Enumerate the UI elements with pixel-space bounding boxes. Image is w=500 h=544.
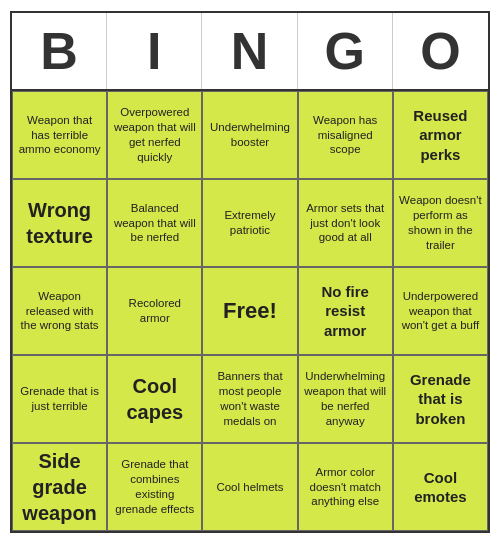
bingo-letter-b: B [12,13,107,89]
bingo-cell-13: No fire resist armor [298,267,393,355]
bingo-cell-6: Balanced weapon that will be nerfed [107,179,202,267]
bingo-cell-2: Underwhelming booster [202,91,297,179]
bingo-cell-23: Armor color doesn't match anything else [298,443,393,531]
bingo-cell-4: Reused armor perks [393,91,488,179]
bingo-cell-22: Cool helmets [202,443,297,531]
bingo-cell-18: Underwhelming weapon that will be nerfed… [298,355,393,443]
bingo-card: BINGO Weapon that has terrible ammo econ… [10,11,490,533]
bingo-cell-20: Side grade weapon [12,443,107,531]
bingo-cell-10: Weapon released with the wrong stats [12,267,107,355]
bingo-letter-i: I [107,13,202,89]
bingo-cell-12: Free! [202,267,297,355]
bingo-letter-n: N [202,13,297,89]
bingo-cell-11: Recolored armor [107,267,202,355]
bingo-header: BINGO [12,13,488,89]
bingo-cell-0: Weapon that has terrible ammo economy [12,91,107,179]
bingo-cell-14: Underpowered weapon that won't get a buf… [393,267,488,355]
bingo-cell-21: Grenade that combines existing grenade e… [107,443,202,531]
bingo-grid: Weapon that has terrible ammo economyOve… [12,89,488,531]
bingo-cell-16: Cool capes [107,355,202,443]
bingo-cell-1: Overpowered weapon that will get nerfed … [107,91,202,179]
bingo-cell-24: Cool emotes [393,443,488,531]
bingo-cell-19: Grenade that is broken [393,355,488,443]
bingo-cell-3: Weapon has misaligned scope [298,91,393,179]
bingo-cell-8: Armor sets that just don't look good at … [298,179,393,267]
bingo-cell-5: Wrong texture [12,179,107,267]
bingo-cell-7: Extremely patriotic [202,179,297,267]
bingo-letter-g: G [298,13,393,89]
bingo-cell-15: Grenade that is just terrible [12,355,107,443]
bingo-cell-17: Banners that most people won't waste med… [202,355,297,443]
bingo-cell-9: Weapon doesn't perform as shown in the t… [393,179,488,267]
bingo-letter-o: O [393,13,488,89]
